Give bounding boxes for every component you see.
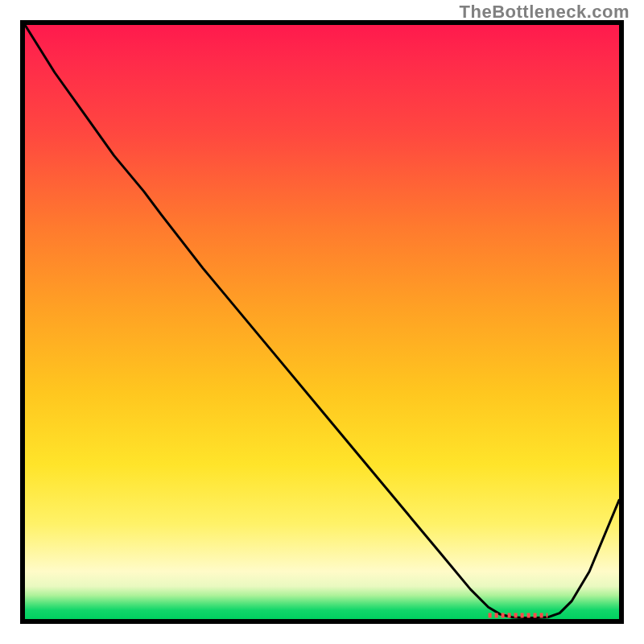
plot-area [20,20,624,624]
chart-svg [25,25,619,619]
chart-container: TheBottleneck.com [0,0,644,644]
bottleneck-curve [25,25,619,618]
